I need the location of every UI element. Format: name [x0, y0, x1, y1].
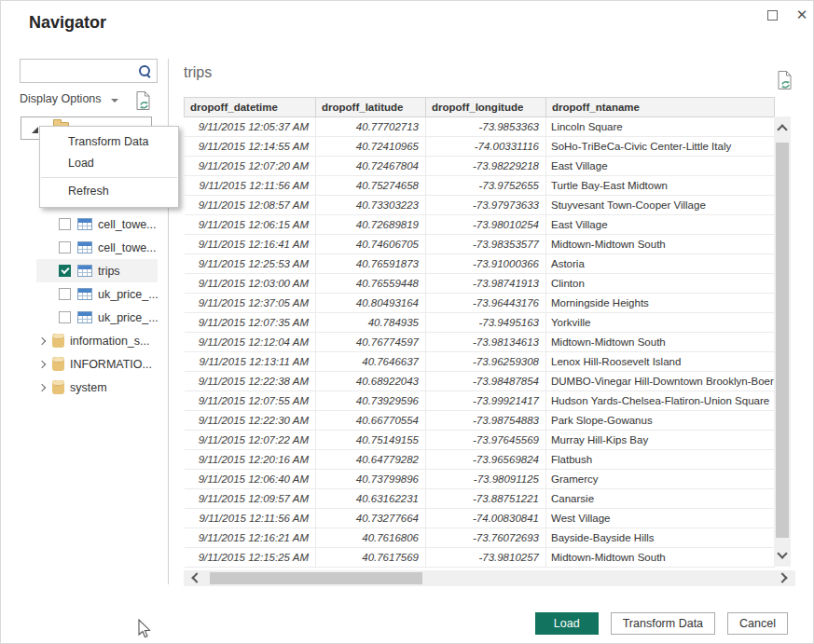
preview-table: dropoff_datetimedropoff_latitudedropoff_… [184, 97, 775, 568]
table-row: 9/11/2015 12:22:38 AM40.68922043-73.9848… [185, 372, 775, 391]
table-cell: Park Slope-Gowanus [546, 411, 775, 431]
search-icon[interactable] [138, 64, 151, 77]
refresh-preview-icon[interactable] [134, 90, 152, 112]
tree-item-cell-towe[interactable]: cell_towe... [36, 212, 158, 236]
table-cell: -73.98754883 [426, 411, 546, 431]
table-cell: 40.73799896 [316, 470, 426, 489]
tree-item-trips[interactable]: trips [36, 259, 158, 282]
table-cell: -73.88751221 [426, 489, 546, 509]
table-cell: -73.98010254 [426, 215, 546, 235]
table-cell: 40.73277664 [316, 509, 426, 528]
tree-item-uk-price[interactable]: uk_price_... [36, 306, 158, 329]
table-row: 9/11/2015 12:07:20 AM40.72467804-73.9822… [185, 157, 775, 176]
table-cell: 9/11/2015 12:16:41 AM [185, 235, 316, 254]
table-cell: 9/11/2015 12:16:21 AM [185, 528, 316, 548]
scroll-up-icon[interactable] [777, 124, 787, 134]
maximize-button[interactable] [762, 6, 782, 24]
table-cell: Lincoln Square [546, 117, 775, 137]
column-header-dropoff_ntaname[interactable]: dropoff_ntaname [546, 98, 775, 117]
table-row: 9/11/2015 12:16:21 AM40.7616806-73.76072… [185, 528, 775, 548]
table-cell: 9/11/2015 12:12:04 AM [185, 333, 316, 352]
tree-item-system[interactable]: system [36, 376, 158, 399]
table-row: 9/11/2015 12:06:40 AM40.73799896-73.9809… [185, 470, 775, 489]
table-row: 9/11/2015 12:08:57 AM40.73303223-73.9797… [185, 196, 775, 215]
table-cell: -74.00331116 [426, 137, 546, 157]
table-cell: -73.98353577 [426, 235, 546, 254]
table-cell: -73.91000366 [426, 254, 546, 274]
table-cell: 40.73303223 [316, 196, 426, 215]
horizontal-scrollbar-thumb[interactable] [210, 572, 422, 584]
close-icon: ✕ [796, 7, 808, 23]
vertical-scrollbar-thumb[interactable] [776, 143, 789, 538]
navigator-dialog: { "dialog": { "title": "Navigator" }, "w… [0, 0, 814, 644]
table-cell: 40.76774597 [316, 333, 426, 352]
checkbox-checked[interactable] [59, 265, 71, 277]
transform-data-button[interactable]: Transform Data [611, 612, 715, 635]
expand-arrow-icon[interactable] [32, 127, 38, 133]
scroll-right-icon[interactable] [777, 572, 787, 582]
expand-arrow-icon[interactable] [38, 336, 46, 344]
expand-arrow-icon[interactable] [38, 383, 46, 391]
tree-item-information-s[interactable]: information_s... [36, 329, 158, 352]
scroll-left-icon[interactable] [191, 572, 201, 582]
table-cell: 40.80493164 [316, 294, 426, 313]
menu-item-load[interactable]: Load [40, 153, 178, 174]
search-input[interactable] [24, 61, 134, 81]
load-button[interactable]: Load [535, 612, 599, 635]
cancel-button[interactable]: Cancel [727, 612, 788, 635]
table-cell: 40.64779282 [316, 450, 426, 470]
expand-arrow-icon[interactable] [38, 360, 46, 367]
table-row: 9/11/2015 12:09:57 AM40.63162231-73.8875… [185, 489, 775, 509]
table-row: 9/11/2015 12:16:41 AM40.74606705-73.9835… [185, 235, 775, 254]
table-cell: 9/11/2015 12:06:40 AM [185, 470, 316, 489]
checkbox-unchecked[interactable] [59, 218, 71, 230]
table-cell: Lenox Hill-Roosevelt Island [546, 352, 775, 372]
table-cell: 40.76559448 [316, 274, 426, 294]
table-row: 9/11/2015 12:22:30 AM40.66770554-73.9875… [185, 411, 775, 431]
table-cell: -73.97973633 [426, 196, 546, 215]
menu-item-refresh[interactable]: Refresh [40, 181, 178, 202]
vertical-scrollbar[interactable] [774, 116, 791, 567]
table-cell: Midtown-Midtown South [546, 235, 775, 254]
column-header-dropoff_latitude[interactable]: dropoff_latitude [316, 98, 426, 117]
table-cell: 9/11/2015 12:11:56 AM [185, 509, 316, 528]
tree-item-informatio[interactable]: INFORMATIO... [36, 352, 158, 376]
tree-item-uk-price[interactable]: uk_price_... [36, 282, 158, 306]
table-cell: 40.72467804 [316, 157, 426, 176]
table-row: 9/11/2015 12:12:04 AM40.76774597-73.9813… [185, 333, 775, 352]
table-cell: Turtle Bay-East Midtown [546, 176, 775, 196]
table-row: 9/11/2015 12:11:56 AM40.75274658-73.9752… [185, 176, 775, 196]
table-cell: 9/11/2015 12:13:11 AM [185, 352, 316, 372]
table-cell: 40.63162231 [316, 489, 426, 509]
mouse-cursor [136, 619, 151, 639]
table-cell: Morningside Heights [546, 294, 775, 313]
table-cell: -73.96443176 [426, 294, 546, 313]
table-cell: 40.72410965 [316, 137, 426, 157]
horizontal-scrollbar[interactable] [184, 570, 795, 586]
table-cell: Murray Hill-Kips Bay [546, 431, 775, 450]
table-cell: -73.98229218 [426, 157, 546, 176]
table-cell: 9/11/2015 12:22:30 AM [185, 411, 316, 431]
scroll-down-icon[interactable] [777, 548, 787, 558]
table-cell: Hudson Yards-Chelsea-Flatiron-Union Squa… [546, 391, 775, 411]
table-cell: Yorkville [546, 313, 775, 333]
table-cell: -73.96259308 [426, 352, 546, 372]
table-icon [77, 311, 92, 323]
tree-item-cell-towe[interactable]: cell_towe... [36, 236, 158, 259]
column-header-dropoff_longitude[interactable]: dropoff_longitude [426, 98, 546, 117]
checkbox-unchecked[interactable] [59, 311, 71, 323]
context-menu: Transform DataLoadRefresh [39, 126, 179, 208]
refresh-table-icon[interactable] [776, 70, 793, 91]
menu-item-transform-data[interactable]: Transform Data [40, 131, 178, 153]
checkbox-unchecked[interactable] [59, 288, 71, 300]
column-header-dropoff_datetime[interactable]: dropoff_datetime [185, 98, 316, 117]
table-cell: 40.75149155 [316, 431, 426, 450]
table-cell: -73.98741913 [426, 274, 546, 294]
checkbox-unchecked[interactable] [59, 241, 71, 253]
table-cell: 9/11/2015 12:15:25 AM [185, 548, 316, 568]
table-cell: 40.68922043 [316, 372, 426, 391]
table-row: 9/11/2015 12:07:55 AM40.73929596-73.9992… [185, 391, 775, 411]
close-button[interactable]: ✕ [792, 6, 812, 24]
table-cell: -73.98487854 [426, 372, 546, 391]
database-icon [52, 380, 64, 394]
